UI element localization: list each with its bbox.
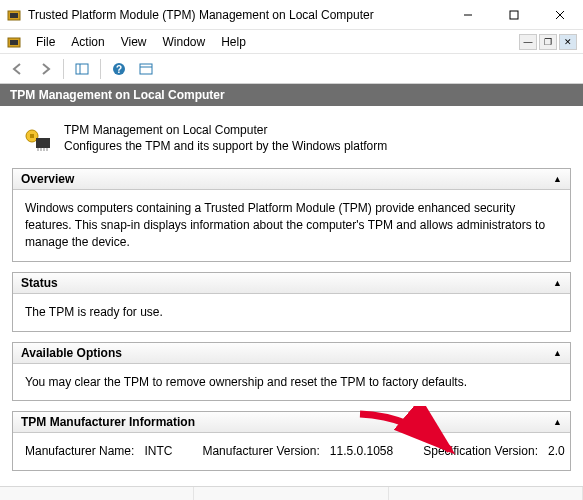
manufacturer-name-value: INTC <box>144 444 172 458</box>
tpm-chip-icon <box>22 122 54 154</box>
collapse-icon: ▲ <box>553 417 562 427</box>
specification-version-value: 2.0 <box>548 444 565 458</box>
status-panel: Status ▲ The TPM is ready for use. <box>12 272 571 332</box>
overview-panel-title: Overview <box>21 172 553 186</box>
show-hide-tree-button[interactable] <box>70 57 94 81</box>
app-icon <box>6 7 22 23</box>
menu-window[interactable]: Window <box>155 33 214 51</box>
minimize-button[interactable] <box>445 0 491 30</box>
manufacturer-name-label: Manufacturer Name: <box>25 444 134 458</box>
svg-rect-15 <box>30 134 34 138</box>
maximize-button[interactable] <box>491 0 537 30</box>
manufacturer-panel: TPM Manufacturer Information ▲ Manufactu… <box>12 411 571 471</box>
mdi-minimize-button[interactable]: — <box>519 34 537 50</box>
menu-help[interactable]: Help <box>213 33 254 51</box>
mdi-restore-button[interactable]: ❐ <box>539 34 557 50</box>
mdi-close-button[interactable]: ✕ <box>559 34 577 50</box>
overview-panel-header[interactable]: Overview ▲ <box>13 169 570 190</box>
title-bar: Trusted Platform Module (TPM) Management… <box>0 0 583 30</box>
menu-view[interactable]: View <box>113 33 155 51</box>
intro-block: TPM Management on Local Computer Configu… <box>12 116 571 168</box>
svg-rect-12 <box>140 64 152 74</box>
forward-button[interactable] <box>33 57 57 81</box>
menu-action[interactable]: Action <box>63 33 112 51</box>
manufacturer-panel-header[interactable]: TPM Manufacturer Information ▲ <box>13 412 570 433</box>
properties-button[interactable] <box>134 57 158 81</box>
status-panel-header[interactable]: Status ▲ <box>13 273 570 294</box>
collapse-icon: ▲ <box>553 348 562 358</box>
options-panel: Available Options ▲ You may clear the TP… <box>12 342 571 402</box>
intro-title: TPM Management on Local Computer <box>64 122 387 138</box>
svg-rect-1 <box>10 13 18 18</box>
manufacturer-version-label: Manufacturer Version: <box>202 444 319 458</box>
collapse-icon: ▲ <box>553 278 562 288</box>
status-bar <box>0 486 583 500</box>
content-header: TPM Management on Local Computer <box>0 84 583 106</box>
content-area: TPM Management on Local Computer Configu… <box>0 106 583 491</box>
specification-version-label: Specification Version: <box>423 444 538 458</box>
status-panel-title: Status <box>21 276 553 290</box>
overview-panel: Overview ▲ Windows computers containing … <box>12 168 571 261</box>
intro-subtitle: Configures the TPM and its support by th… <box>64 138 387 154</box>
menu-file[interactable]: File <box>28 33 63 51</box>
svg-text:?: ? <box>116 64 122 75</box>
help-button[interactable]: ? <box>107 57 131 81</box>
svg-rect-16 <box>36 138 50 148</box>
overview-panel-body: Windows computers containing a Trusted P… <box>13 190 570 260</box>
toolbar: ? <box>0 54 583 84</box>
svg-rect-3 <box>510 11 518 19</box>
manufacturer-version-value: 11.5.0.1058 <box>330 444 393 458</box>
content-header-title: TPM Management on Local Computer <box>10 88 225 102</box>
svg-rect-8 <box>76 64 88 74</box>
svg-rect-7 <box>10 40 18 45</box>
window-title: Trusted Platform Module (TPM) Management… <box>28 8 445 22</box>
close-button[interactable] <box>537 0 583 30</box>
options-panel-title: Available Options <box>21 346 553 360</box>
back-button[interactable] <box>6 57 30 81</box>
mmc-icon <box>6 34 22 50</box>
options-panel-header[interactable]: Available Options ▲ <box>13 343 570 364</box>
options-panel-body: You may clear the TPM to remove ownershi… <box>13 364 570 401</box>
collapse-icon: ▲ <box>553 174 562 184</box>
menu-bar: File Action View Window Help — ❐ ✕ <box>0 30 583 54</box>
manufacturer-panel-title: TPM Manufacturer Information <box>21 415 553 429</box>
status-panel-body: The TPM is ready for use. <box>13 294 570 331</box>
